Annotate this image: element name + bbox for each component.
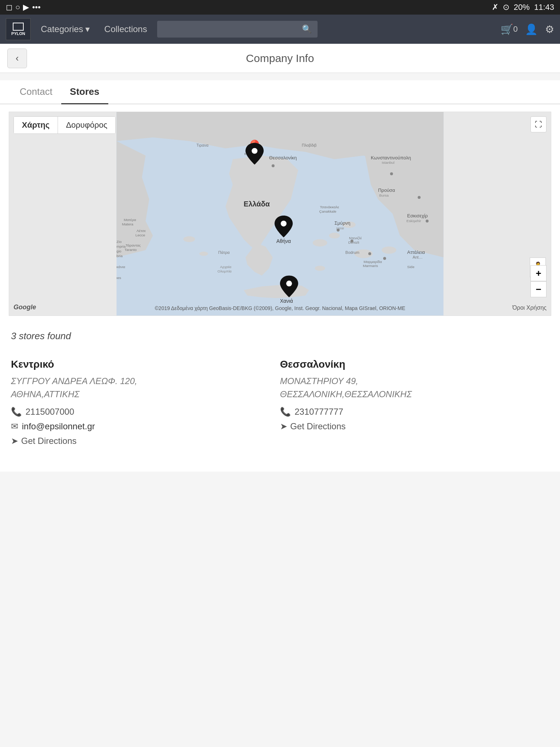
svg-point-66 — [286, 280, 292, 286]
svg-point-59 — [368, 252, 371, 255]
logo-text: PYLON — [11, 31, 25, 36]
dots-icon: ••• — [32, 3, 40, 12]
map-svg: Ελλάδα Θεσσαλονίκη Βορεια κεδονία Πλοβδι… — [9, 112, 551, 316]
tabs: Contact Stores — [0, 80, 560, 104]
directions-icon-1: ➤ — [11, 436, 18, 446]
svg-text:Çanakkale: Çanakkale — [319, 209, 337, 213]
store-email-link-1[interactable]: info@epsilonnet.gr — [22, 421, 95, 431]
map-container[interactable]: Ελλάδα Θεσσαλονίκη Βορεια κεδονία Πλοβδι… — [9, 112, 551, 316]
logo-icon — [13, 23, 24, 31]
status-left-icons: ◻ ○ ▶ ••• — [6, 3, 40, 12]
store-email-row-1: ✉ info@epsilonnet.gr — [11, 421, 273, 431]
svg-text:Matera: Matera — [122, 222, 133, 226]
svg-point-58 — [337, 229, 339, 232]
svg-text:Πάτρα: Πάτρα — [218, 250, 230, 255]
stores-section: 3 stores found Κεντρικό ΣΥΓΓΡΟΥ ΑΝΔΡΕΑ Λ… — [0, 316, 560, 472]
svg-text:Χανιά: Χανιά — [280, 298, 293, 304]
svg-text:ιes: ιes — [117, 276, 121, 280]
time-display: 11:43 — [534, 3, 554, 12]
svg-text:Denizli: Denizli — [348, 240, 359, 244]
tab-contact[interactable]: Contact — [11, 80, 61, 104]
store-directions-2[interactable]: ➤ Get Directions — [280, 421, 542, 431]
phone-icon-2: 📞 — [280, 407, 291, 417]
categories-chevron: ▾ — [85, 24, 90, 34]
map-terms[interactable]: Όροι Χρήσης — [512, 305, 547, 311]
svg-text:Taranto: Taranto — [125, 248, 137, 252]
svg-text:Θεσσαλονίκη: Θεσσαλονίκη — [269, 155, 297, 160]
search-input[interactable] — [163, 24, 299, 34]
android-icon: ◻ — [6, 3, 12, 12]
search-icon: 🔍 — [302, 24, 312, 34]
store-phone-1: 2115007000 — [26, 407, 74, 417]
store-directions-1[interactable]: ➤ Get Directions — [11, 436, 273, 446]
svg-text:Τσανάκκαλε: Τσανάκκαλε — [320, 205, 339, 209]
svg-text:Τάραντας: Τάραντας — [126, 243, 141, 247]
svg-point-14 — [382, 247, 396, 254]
zoom-in-button[interactable]: + — [530, 265, 547, 281]
svg-text:Bodrum: Bodrum — [345, 250, 359, 255]
main-content: Contact Stores — [0, 80, 560, 472]
collections-button[interactable]: Collections — [100, 21, 151, 37]
svg-text:Αρχαία: Αρχαία — [220, 265, 232, 269]
satellite-view-button[interactable]: Δορυφόρος — [58, 117, 115, 133]
svg-text:Αττάλεια: Αττάλεια — [407, 249, 425, 255]
user-button[interactable]: 👤 — [525, 23, 538, 35]
store-address-2: ΜΟΝΑΣΤΗΡΙΟΥ 49, ΘΕΣΣΑΛΟΝΙΚΗ,ΘΕΣΣΑΛΟΝΙΚΗΣ — [280, 375, 542, 401]
status-right-icons: ✗ ⊙ 20% 11:43 — [492, 3, 554, 12]
svg-text:Κωνσταντινούπολη: Κωνσταντινούπολη — [371, 155, 411, 160]
cart-icon: 🛒 — [501, 23, 513, 35]
collections-label: Collections — [104, 24, 147, 34]
svg-point-10 — [315, 266, 325, 271]
cart-button[interactable]: 🛒 0 — [501, 23, 518, 35]
google-logo: Google — [13, 303, 36, 311]
phone-icon-1: 📞 — [11, 407, 22, 417]
store-phone-row-1: 📞 2115007000 — [11, 407, 273, 417]
fullscreen-icon: ⛶ — [535, 120, 542, 129]
svg-text:Side: Side — [407, 265, 415, 269]
svg-text:Istanbul: Istanbul — [382, 160, 394, 165]
cart-count: 0 — [513, 24, 518, 34]
svg-point-8 — [329, 233, 340, 239]
back-button[interactable]: ‹ — [7, 49, 27, 68]
svg-point-63 — [252, 148, 257, 154]
map-fullscreen-button[interactable]: ⛶ — [530, 116, 547, 132]
svg-point-54 — [272, 164, 275, 167]
store-name-1: Κεντρικό — [11, 359, 273, 370]
zoom-out-button[interactable]: − — [530, 281, 547, 297]
svg-text:Λέτσε: Λέτσε — [136, 229, 146, 233]
battery-text: 20% — [514, 3, 530, 12]
svg-text:Σμύρνη: Σμύρνη — [334, 220, 350, 226]
store-card-2: Θεσσαλονίκη ΜΟΝΑΣΤΗΡΙΟΥ 49, ΘΕΣΣΑΛΟΝΙΚΗ,… — [280, 355, 549, 457]
svg-text:Προύσα: Προύσα — [378, 187, 395, 193]
svg-text:bria: bria — [117, 254, 123, 258]
svg-text:Ant…: Ant… — [413, 255, 423, 259]
stores-grid: Κεντρικό ΣΥΓΓΡΟΥ ΑΝΔΡΕΑ ΛΕΩΦ. 120, ΑΘΗΝΑ… — [11, 355, 549, 457]
svg-text:Μαρμαρίδα: Μαρμαρίδα — [363, 260, 382, 264]
store-address-1: ΣΥΓΓΡΟΥ ΑΝΔΡΕΑ ΛΕΩΦ. 120, ΑΘΗΝΑ,ΑΤΤΙΚΗΣ — [11, 375, 273, 401]
email-icon-1: ✉ — [11, 421, 18, 431]
map-view-button[interactable]: Χάρτης — [14, 117, 58, 133]
categories-button[interactable]: Categories ▾ — [36, 21, 94, 37]
svg-point-11 — [183, 236, 195, 242]
play-icon: ▶ — [23, 3, 29, 12]
store-card-1: Κεντρικό ΣΥΓΓΡΟΥ ΑΝΔΡΕΑ ΛΕΩΦ. 120, ΑΘΗΝΑ… — [11, 355, 280, 457]
back-icon: ‹ — [16, 53, 19, 64]
store-phone-2: 2310777777 — [295, 407, 343, 417]
svg-point-55 — [390, 172, 393, 175]
settings-button[interactable]: ⚙ — [545, 23, 554, 35]
tab-stores[interactable]: Stores — [61, 80, 108, 104]
status-bar: ◻ ○ ▶ ••• ✗ ⊙ 20% 11:43 — [0, 0, 560, 15]
svg-text:Ολυμπία: Ολυμπία — [218, 269, 232, 273]
categories-label: Categories — [41, 24, 83, 34]
svg-text:Lecce: Lecce — [135, 233, 145, 237]
svg-point-56 — [418, 196, 421, 199]
svg-text:mpria: mpria — [117, 244, 126, 248]
svg-text:κάνια: κάνια — [117, 265, 125, 269]
directions-icon-2: ➤ — [280, 421, 287, 431]
logo: PYLON — [6, 18, 31, 40]
wifi-icon: ⊙ — [503, 3, 509, 12]
svg-text:Ντενιζλί: Ντενιζλί — [349, 236, 362, 240]
svg-text:Zio: Zio — [117, 240, 122, 244]
search-box: 🔍 — [157, 21, 318, 38]
store-phone-row-2: 📞 2310777777 — [280, 407, 542, 417]
